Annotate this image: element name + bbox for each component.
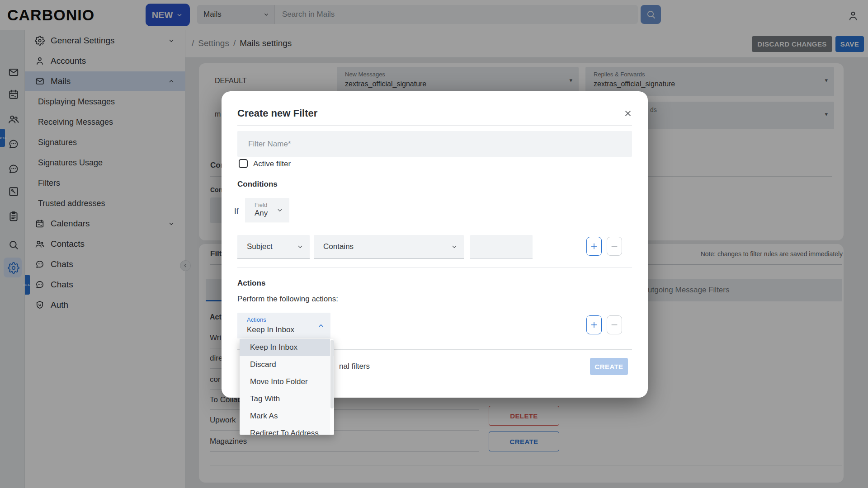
- select-label: Field: [255, 202, 267, 208]
- menu-item-mark-as[interactable]: Mark As: [240, 408, 334, 425]
- modal-title: Create new Filter: [237, 108, 317, 119]
- add-action-button[interactable]: [586, 315, 602, 334]
- minus-icon: [610, 320, 619, 329]
- menu-item-discard[interactable]: Discard: [240, 356, 334, 373]
- if-label: If: [234, 207, 238, 216]
- chevron-down-icon: [276, 206, 284, 214]
- add-condition-button[interactable]: [586, 237, 602, 256]
- conditions-heading: Conditions: [237, 180, 278, 189]
- select-value: Any: [255, 209, 268, 218]
- actions-heading: Actions: [237, 279, 265, 288]
- select-value: Contains: [323, 242, 354, 251]
- select-label: Actions: [247, 316, 266, 323]
- active-filter-checkbox[interactable]: [239, 159, 248, 168]
- chevron-down-icon: [296, 243, 304, 251]
- divider: [237, 267, 632, 268]
- close-icon[interactable]: [623, 108, 634, 119]
- condition-subject-select[interactable]: Subject: [237, 235, 310, 259]
- remove-action-button[interactable]: [607, 315, 622, 334]
- menu-item-move-into-folder[interactable]: Move Into Folder: [240, 373, 334, 390]
- condition-value-input[interactable]: [470, 235, 533, 259]
- create-button-disabled[interactable]: CREATE: [590, 358, 628, 375]
- app-root: CARBONIO NEW Mails: [0, 0, 868, 488]
- plus-icon: [590, 320, 599, 329]
- menu-item-redirect-to-address[interactable]: Redirect To Address: [240, 425, 334, 435]
- minus-icon: [610, 242, 619, 251]
- chevron-up-icon: [317, 322, 325, 330]
- actions-description: Perform the following actions:: [237, 295, 338, 304]
- condition-operator-select[interactable]: Contains: [314, 235, 464, 259]
- menu-item-keep-in-inbox[interactable]: Keep In Inbox: [240, 339, 334, 356]
- menu-scrollbar-thumb[interactable]: [330, 340, 334, 408]
- active-filter-label: Active filter: [253, 160, 291, 169]
- chevron-down-icon: [450, 243, 458, 251]
- process-additional-filters-label-fragment: nal filters: [339, 362, 370, 371]
- actions-select[interactable]: Actions Keep In Inbox: [237, 313, 330, 338]
- divider: [237, 125, 632, 126]
- select-value: Keep In Inbox: [247, 325, 294, 334]
- filter-name-input[interactable]: [237, 131, 632, 157]
- remove-condition-button[interactable]: [607, 237, 622, 256]
- plus-icon: [590, 242, 599, 251]
- condition-field-select[interactable]: Field Any: [245, 198, 289, 222]
- actions-dropdown-menu: Keep In Inbox Discard Move Into Folder T…: [240, 339, 334, 435]
- menu-item-tag-with[interactable]: Tag With: [240, 390, 334, 408]
- select-value: Subject: [247, 242, 273, 251]
